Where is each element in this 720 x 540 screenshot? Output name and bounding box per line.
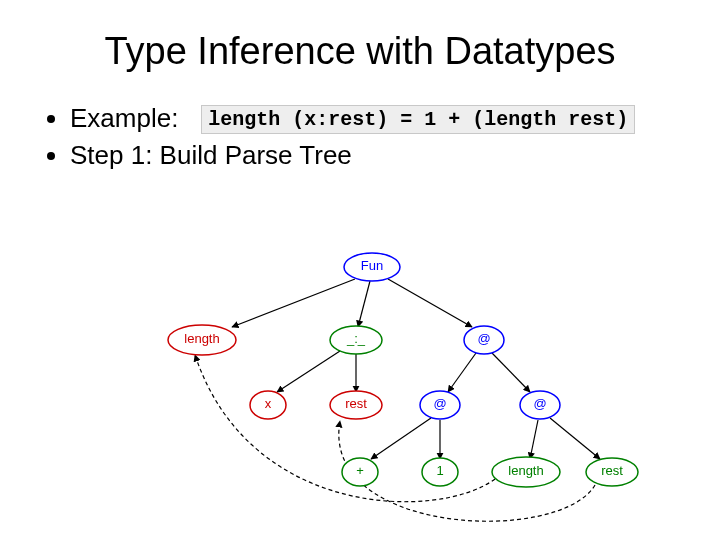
edge-appplus-plus bbox=[371, 418, 431, 459]
node-app-len: @ bbox=[520, 391, 560, 419]
svg-text:Fun: Fun bbox=[361, 258, 383, 273]
edge-applen-rest bbox=[550, 418, 600, 459]
parse-tree-svg: Fun length _:_ @ x bbox=[140, 245, 640, 535]
node-app-plus: @ bbox=[420, 391, 460, 419]
svg-text:length: length bbox=[184, 331, 219, 346]
example-label: Example: bbox=[70, 103, 180, 134]
parse-tree-diagram: Fun length _:_ @ x bbox=[140, 245, 640, 535]
edge-fun-apptop bbox=[388, 279, 472, 327]
bullet-example: Example: length (x:rest) = 1 + (length r… bbox=[70, 103, 680, 134]
binding-edges bbox=[195, 355, 595, 521]
node-x: x bbox=[250, 391, 286, 419]
node-length-def: length bbox=[168, 325, 236, 355]
edge-apptop-applen bbox=[492, 353, 530, 392]
node-plus: + bbox=[342, 458, 378, 486]
edge-fun-length bbox=[232, 279, 355, 327]
node-rest-def: rest bbox=[330, 391, 382, 419]
svg-text:x: x bbox=[265, 396, 272, 411]
svg-text:1: 1 bbox=[436, 463, 443, 478]
svg-text:@: @ bbox=[533, 396, 546, 411]
node-one: 1 bbox=[422, 458, 458, 486]
svg-text:length: length bbox=[508, 463, 543, 478]
svg-text:_:_: _:_ bbox=[346, 331, 366, 346]
slide: Type Inference with Datatypes Example: l… bbox=[0, 0, 720, 540]
edge-fun-cons bbox=[358, 281, 370, 327]
edge-cons-x bbox=[277, 351, 340, 392]
bullet-step1: Step 1: Build Parse Tree bbox=[70, 140, 680, 171]
svg-text:rest: rest bbox=[345, 396, 367, 411]
page-title: Type Inference with Datatypes bbox=[40, 30, 680, 73]
node-rest-use: rest bbox=[586, 458, 638, 486]
node-fun: Fun bbox=[344, 253, 400, 281]
svg-text:@: @ bbox=[433, 396, 446, 411]
example-code: length (x:rest) = 1 + (length rest) bbox=[201, 105, 635, 134]
svg-text:rest: rest bbox=[601, 463, 623, 478]
node-cons: _:_ bbox=[330, 326, 382, 354]
tree-edges bbox=[232, 279, 600, 459]
bullet-list: Example: length (x:rest) = 1 + (length r… bbox=[40, 103, 680, 171]
node-app-top: @ bbox=[464, 326, 504, 354]
edge-apptop-appplus bbox=[448, 353, 476, 392]
svg-text:+: + bbox=[356, 463, 364, 478]
svg-text:@: @ bbox=[477, 331, 490, 346]
edge-applen-length bbox=[530, 420, 538, 459]
node-length-use: length bbox=[492, 457, 560, 487]
